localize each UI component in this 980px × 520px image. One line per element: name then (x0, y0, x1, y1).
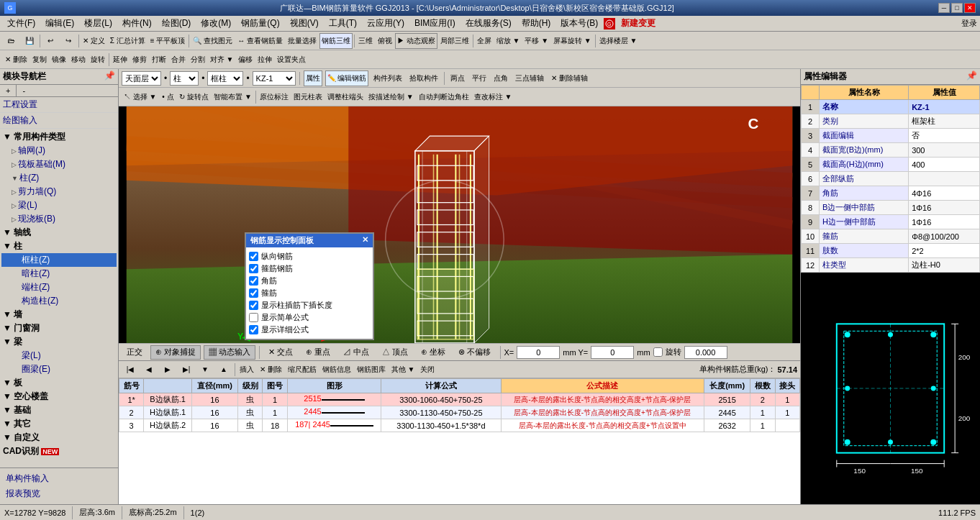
nav-pin-icon[interactable]: 📌 (104, 70, 115, 83)
screen-rotate-button[interactable]: 屏幕旋转 ▼ (551, 33, 594, 49)
engineering-settings[interactable]: 工程设置 (0, 97, 118, 113)
smart-place-button[interactable]: 智能布置 ▼ (212, 89, 254, 105)
check-stirrup-input[interactable] (249, 288, 258, 298)
prop-pin-icon[interactable]: 📌 (966, 70, 977, 83)
midpoint-button[interactable]: ⊿ 中点 (338, 345, 374, 360)
prop-row-value[interactable]: 1Φ16 (909, 201, 980, 215)
edit-rebar-button[interactable]: ✏️ 编辑钢筋 (325, 70, 369, 86)
divide-button[interactable]: 分割 (189, 52, 207, 68)
menu-draw[interactable]: 绘图(D) (158, 16, 196, 31)
tree-raft[interactable]: ▷筏板基础(M) (1, 158, 117, 171)
two-point-button[interactable]: 两点 (448, 70, 467, 86)
prop-row-value[interactable] (909, 172, 980, 186)
prop-row-value[interactable]: 边柱-H0 (909, 258, 980, 273)
intersection-button[interactable]: ✕ 交点 (263, 345, 298, 360)
wall-section[interactable]: ▼ 墙 (1, 308, 117, 321)
x-input[interactable] (517, 346, 560, 359)
select-floor-button[interactable]: 选择楼层 ▼ (597, 33, 640, 49)
break-button[interactable]: 打断 (150, 52, 168, 68)
common-types-section[interactable]: ▼ 常用构件类型 (1, 130, 117, 144)
fullscreen-button[interactable]: 全屏 (475, 33, 494, 49)
foundation-section[interactable]: ▼ 基础 (1, 403, 117, 417)
axis-section[interactable]: ▼ 轴线 (1, 226, 117, 240)
menu-online[interactable]: 在线服务(S) (461, 16, 516, 31)
mirror-button[interactable]: 镜像 (50, 52, 68, 68)
tree-ring-beam[interactable]: 圈梁(E) (1, 362, 117, 376)
tree-beam[interactable]: ▷梁(L) (1, 199, 117, 212)
no-offset-button[interactable]: ⊗ 不偏移 (453, 345, 496, 360)
nav-next-button[interactable]: ▶ (159, 362, 176, 378)
check-corner-input[interactable] (249, 276, 258, 286)
other-button[interactable]: 其他 ▼ (389, 362, 417, 378)
close-bottom-button[interactable]: 关闭 (418, 362, 437, 378)
single-comp-input[interactable]: 单构件输入 (3, 471, 115, 486)
define-button[interactable]: ✕ 定义 (81, 33, 107, 49)
check-stirrup-rebar-input[interactable] (249, 264, 258, 273)
custom-section[interactable]: ▼ 自定义 (1, 431, 117, 444)
tree-slab[interactable]: ▷现浇板(B) (1, 212, 117, 226)
extend-button[interactable]: 延伸 (111, 52, 130, 68)
menu-version[interactable]: 版本号(B) (556, 16, 602, 31)
delete-rebar-button[interactable]: ✕ 删除 (258, 362, 284, 378)
rotate-checkbox[interactable] (653, 347, 663, 357)
minus-button[interactable]: - (17, 85, 31, 96)
undo-button[interactable]: ↩ (42, 33, 59, 49)
check-mark-button[interactable]: 查改标注 ▼ (472, 89, 514, 105)
report-preview[interactable]: 报表预览 (3, 486, 115, 501)
align-button[interactable]: 对齐 ▼ (208, 52, 236, 68)
menu-help[interactable]: 帮助(H) (517, 16, 555, 31)
menu-rebar-qty[interactable]: 钢筋量(Q) (237, 16, 283, 31)
delete-button[interactable]: ✕ 删除 (3, 52, 30, 68)
flatplate-button[interactable]: ≡ 平平板顶 (148, 33, 188, 49)
check-detail-formula-input[interactable] (249, 325, 258, 334)
dynamic-view-button[interactable]: ▶ 动态观察 (395, 33, 437, 49)
stretch-button[interactable]: 拉伸 (255, 52, 274, 68)
menu-floor[interactable]: 楼层(L) (80, 16, 117, 31)
tree-construct-column[interactable]: 构造柱(Z) (1, 294, 117, 308)
plus-button[interactable]: + (0, 85, 17, 96)
snap-button[interactable]: ⊕ 对象捕捉 (150, 345, 201, 360)
y-input[interactable] (591, 346, 634, 359)
cad-section[interactable]: CAD识别 NEW (1, 444, 117, 458)
rotate-point-button[interactable]: ↻ 旋转点 (177, 89, 211, 105)
trim-button[interactable]: 修剪 (130, 52, 149, 68)
draw-by-desc-button[interactable]: 按描述绘制 ▼ (366, 89, 416, 105)
pick-comp-button[interactable]: 拾取构件 (407, 70, 440, 86)
rebar-3d-button[interactable]: 钢筋三维 (319, 33, 353, 49)
comp-subtype-select[interactable]: 框柱 (207, 71, 243, 86)
maximize-button[interactable]: □ (951, 3, 963, 13)
prop-row-value[interactable]: 否 (909, 129, 980, 143)
ortho-button[interactable]: 正交 (122, 345, 148, 360)
nav-last-button[interactable]: ▶| (178, 362, 195, 378)
beam-section[interactable]: ▼ 梁 (1, 335, 117, 349)
hollow-slab-section[interactable]: ▼ 空心楼盖 (1, 390, 117, 403)
tree-axis[interactable]: ▷轴网(J) (1, 144, 117, 158)
floor-select[interactable]: 天面层 (122, 71, 161, 86)
opening-section[interactable]: ▼ 门窗洞 (1, 321, 117, 335)
prop-row-value[interactable]: 300 (909, 143, 980, 158)
rebar-library-button[interactable]: 钢筋图库 (355, 362, 388, 378)
nav-down-button[interactable]: ▼ (196, 362, 214, 378)
view-rebar-button[interactable]: ↔ 查看钢筋量 (235, 33, 285, 49)
3d-button[interactable]: 三维 (356, 33, 375, 49)
calc-button[interactable]: Σ 汇总计算 (108, 33, 148, 49)
rebar-table-container[interactable]: 筋号 直径(mm) 级别 图号 图形 计算公式 公式描述 长度(mm) 根数 接… (119, 378, 800, 504)
grip-button[interactable]: 设置夹点 (275, 52, 308, 68)
prop-row-value[interactable]: 1Φ16 (909, 215, 980, 229)
rebar-panel-close[interactable]: ✕ (362, 235, 368, 246)
copy-button[interactable]: 复制 (30, 52, 49, 68)
slab-section[interactable]: ▼ 板 (1, 376, 117, 390)
tree-column-z[interactable]: ▼柱(Z) (1, 171, 117, 185)
table-row[interactable]: 1*B边纵筋.116虫125153300-1060-450+750-25层高-本… (119, 393, 800, 406)
batch-select-button[interactable]: 批量选择 (286, 33, 319, 49)
rebar-info-button[interactable]: 钢筋信息 (320, 362, 353, 378)
auto-judge-button[interactable]: 自动判断边角柱 (417, 89, 471, 105)
properties-button[interactable]: 属性 (304, 70, 322, 86)
rotate-input[interactable] (684, 346, 727, 359)
draw-input[interactable]: 绘图输入 (0, 113, 118, 129)
viewport[interactable]: Z X Y C 钢筋显示控制面板 ✕ (119, 106, 800, 343)
tree-frame-column[interactable]: 框柱(Z) (1, 253, 117, 267)
zoom-button[interactable]: 缩放 ▼ (494, 33, 522, 49)
prop-row-value[interactable]: 2*2 (909, 244, 980, 258)
local-3d-button[interactable]: 局部三维 (438, 33, 471, 49)
